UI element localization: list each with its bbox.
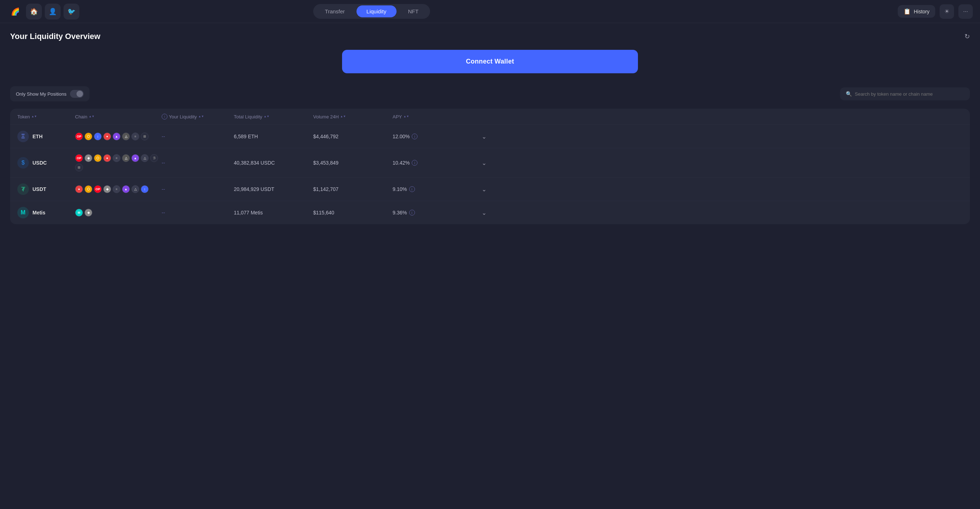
chain-icon: ▲ xyxy=(122,185,130,193)
tab-liquidity[interactable]: Liquidity xyxy=(356,5,396,18)
chain-icon: OP xyxy=(75,154,83,162)
table-row[interactable]: Ξ ETH OP⬡↕●▲△≡⊞ -- 6,589 ETH $4,446,792 … xyxy=(10,125,970,148)
chain-icon: ● xyxy=(103,154,111,162)
token-cell: M Metis xyxy=(18,207,75,219)
th-token[interactable]: Token ▲▼ xyxy=(18,114,75,120)
sort-arrows-vol: ▲▼ xyxy=(340,115,346,118)
token-icon: ₮ xyxy=(18,183,29,195)
token-symbol: Metis xyxy=(32,210,46,215)
your-liquidity-value: -- xyxy=(162,134,234,139)
top-right: 📋 History ☀ ··· xyxy=(898,4,973,19)
chain-icon: M xyxy=(75,209,83,217)
your-liquidity-value: -- xyxy=(162,160,234,166)
expand-button[interactable]: ⌄ xyxy=(465,209,487,216)
page-title-row: Your Liquidity Overview ↻ xyxy=(10,32,970,41)
chain-icon: ⬡ xyxy=(84,132,92,140)
liquidity-table: Token ▲▼ Chain ▲▼ i Your Liquidity ▲▼ To… xyxy=(10,109,970,224)
toggle-label: Only Show My Positions xyxy=(16,91,67,97)
chain-cell: OP⬡↕●▲△≡⊞ xyxy=(75,132,162,140)
apy-cell: 12.00% i xyxy=(393,134,465,139)
theme-toggle-button[interactable]: ☀ xyxy=(940,4,954,19)
sort-arrows-token: ▲▼ xyxy=(32,115,37,118)
table-row[interactable]: M Metis M◈ -- 11,077 Metis $115,640 9.36… xyxy=(10,201,970,224)
expand-button[interactable]: ⌄ xyxy=(465,186,487,193)
toggle-switch[interactable] xyxy=(70,90,84,98)
token-icon: M xyxy=(18,207,29,219)
table-row[interactable]: ₮ USDT ●⬡OP◈≡▲△↕ -- 20,984,929 USDT $1,1… xyxy=(10,178,970,201)
search-box: 🔍 xyxy=(840,87,970,101)
th-total-liquidity[interactable]: Total Liquidity ▲▼ xyxy=(234,114,313,120)
apy-info-icon[interactable]: i xyxy=(412,160,417,166)
app-icon-user[interactable]: 👤 xyxy=(45,3,60,19)
expand-button[interactable]: ⌄ xyxy=(465,160,487,166)
more-options-button[interactable]: ··· xyxy=(958,4,973,19)
chain-icon: ⊞ xyxy=(75,164,83,171)
total-liquidity-value: 20,984,929 USDT xyxy=(234,186,313,192)
th-chain[interactable]: Chain ▲▼ xyxy=(75,114,162,120)
chain-cell: OP◈⬡●≡△▲△ℬ⊞ xyxy=(75,154,162,171)
chain-icon: ≡ xyxy=(113,154,121,162)
token-cell: Ξ ETH xyxy=(18,131,75,142)
chain-icon: ⊞ xyxy=(141,132,149,140)
chain-icon: ● xyxy=(103,132,111,140)
apy-info-icon[interactable]: i xyxy=(409,210,415,215)
more-icon: ··· xyxy=(963,8,968,15)
table-body: Ξ ETH OP⬡↕●▲△≡⊞ -- 6,589 ETH $4,446,792 … xyxy=(10,125,970,224)
chain-icon: ⬡ xyxy=(84,185,92,193)
total-liquidity-value: 6,589 ETH xyxy=(234,134,313,139)
apy-value: 9.36% xyxy=(393,210,407,215)
chain-icon: △ xyxy=(122,132,130,140)
sort-arrows-apy: ▲▼ xyxy=(403,115,409,118)
main-content: Your Liquidity Overview ↻ Connect Wallet… xyxy=(0,23,980,233)
volume-24h-value: $4,446,792 xyxy=(313,134,393,139)
controls-row: Only Show My Positions 🔍 xyxy=(10,86,970,101)
apy-cell: 10.42% i xyxy=(393,160,465,166)
chain-icon: OP xyxy=(75,132,83,140)
th-your-liquidity[interactable]: i Your Liquidity ▲▼ xyxy=(162,114,234,120)
chain-icon: △ xyxy=(131,185,139,193)
apy-cell: 9.10% i xyxy=(393,186,465,192)
tab-transfer[interactable]: Transfer xyxy=(315,5,355,18)
chain-icon: ◈ xyxy=(84,209,92,217)
sort-arrows-total-liq: ▲▼ xyxy=(264,115,269,118)
chain-icon: ⬡ xyxy=(94,154,102,162)
rainbow-icon[interactable]: 🌈 xyxy=(7,3,23,19)
expand-button[interactable]: ⌄ xyxy=(465,133,487,140)
sort-arrows-your-liq: ▲▼ xyxy=(199,115,204,118)
your-liquidity-value: -- xyxy=(162,186,234,192)
token-cell: $ USDC xyxy=(18,157,75,169)
apy-info-icon[interactable]: i xyxy=(412,134,417,139)
th-apy[interactable]: APY ▲▼ xyxy=(393,114,465,120)
th-volume-24h[interactable]: Volume 24H ▲▼ xyxy=(313,114,393,120)
app-icon-home[interactable]: 🏠 xyxy=(26,3,42,19)
toggle-group: Only Show My Positions xyxy=(10,86,89,101)
page-title: Your Liquidity Overview xyxy=(10,32,100,41)
tab-nft[interactable]: NFT xyxy=(398,5,429,18)
chain-icon: ◈ xyxy=(103,185,111,193)
chain-icon: ▲ xyxy=(113,132,121,140)
token-symbol: USDC xyxy=(32,160,47,166)
connect-wallet-section: Connect Wallet xyxy=(10,50,970,73)
search-icon: 🔍 xyxy=(846,91,852,97)
apy-value: 12.00% xyxy=(393,134,409,139)
sort-arrows-chain: ▲▼ xyxy=(89,115,94,118)
chain-icon: ▲ xyxy=(131,154,139,162)
chain-icon: OP xyxy=(94,185,102,193)
search-input[interactable] xyxy=(855,91,964,97)
token-cell: ₮ USDT xyxy=(18,183,75,195)
token-icon: $ xyxy=(18,157,29,169)
app-icon-bird[interactable]: 🐦 xyxy=(64,3,80,19)
apy-info-icon[interactable]: i xyxy=(409,186,415,192)
chain-icon: ↕ xyxy=(94,132,102,140)
your-liquidity-value: -- xyxy=(162,210,234,215)
volume-24h-value: $3,453,849 xyxy=(313,160,393,166)
total-liquidity-value: 11,077 Metis xyxy=(234,210,313,215)
volume-24h-value: $1,142,707 xyxy=(313,186,393,192)
history-button[interactable]: 📋 History xyxy=(898,5,935,18)
volume-24h-value: $115,640 xyxy=(313,210,393,215)
refresh-button[interactable]: ↻ xyxy=(964,32,970,40)
tab-group: Transfer Liquidity NFT xyxy=(313,4,430,19)
chain-icon: ≡ xyxy=(113,185,121,193)
table-row[interactable]: $ USDC OP◈⬡●≡△▲△ℬ⊞ -- 40,382,834 USDC $3… xyxy=(10,148,970,178)
connect-wallet-button[interactable]: Connect Wallet xyxy=(342,50,638,73)
